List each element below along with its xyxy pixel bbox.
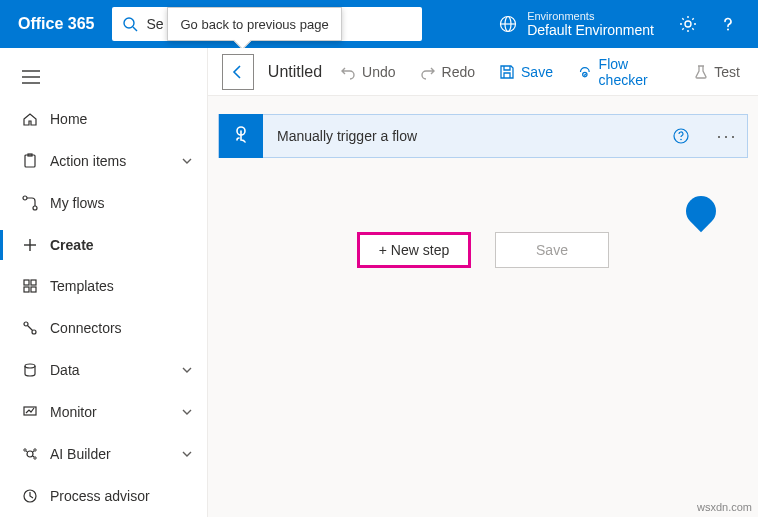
main-area: Untitled Undo Redo Save Flow checker Tes… xyxy=(208,48,758,517)
chevron-down-icon xyxy=(181,406,193,418)
sidebar-item-ai-builder[interactable]: AI Builder xyxy=(0,433,207,475)
sidebar-item-label: Templates xyxy=(50,278,114,294)
chevron-down-icon xyxy=(181,364,193,376)
svg-rect-18 xyxy=(24,287,29,292)
svg-point-12 xyxy=(23,196,27,200)
svg-line-29 xyxy=(26,451,28,453)
flask-icon xyxy=(694,64,708,80)
question-circle-icon xyxy=(673,128,689,144)
sidebar-item-label: Connectors xyxy=(50,320,122,336)
back-button[interactable] xyxy=(222,54,254,90)
svg-point-13 xyxy=(33,206,37,210)
trigger-icon-box xyxy=(219,114,263,158)
help-button[interactable] xyxy=(708,0,748,48)
command-bar: Untitled Undo Redo Save Flow checker Tes… xyxy=(208,48,758,96)
process-icon xyxy=(22,488,38,504)
test-label: Test xyxy=(714,64,740,80)
checker-icon xyxy=(577,64,593,80)
canvas-save-button[interactable]: Save xyxy=(495,232,609,268)
home-icon xyxy=(22,111,38,127)
sidebar-item-label: Process advisor xyxy=(50,488,150,504)
sidebar-item-label: Home xyxy=(50,111,87,127)
svg-point-23 xyxy=(25,364,35,368)
flow-icon xyxy=(22,195,38,211)
settings-button[interactable] xyxy=(668,0,708,48)
redo-label: Redo xyxy=(442,64,475,80)
svg-line-1 xyxy=(133,27,137,31)
svg-point-0 xyxy=(124,18,134,28)
sidebar-item-label: AI Builder xyxy=(50,446,111,462)
undo-icon xyxy=(340,64,356,80)
search-box[interactable]: Go back to previous page xyxy=(112,7,422,41)
sidebar-item-connectors[interactable]: Connectors xyxy=(0,307,207,349)
test-button[interactable]: Test xyxy=(684,54,750,90)
connectors-icon xyxy=(22,320,38,336)
ai-icon xyxy=(22,446,38,462)
flow-title[interactable]: Untitled xyxy=(268,63,322,81)
sidebar-item-my-flows[interactable]: My flows xyxy=(0,182,207,224)
gear-icon xyxy=(679,15,697,33)
sidebar: Home Action items My flows Create Templa… xyxy=(0,48,208,517)
sidebar-item-monitor[interactable]: Monitor xyxy=(0,391,207,433)
trigger-help-button[interactable] xyxy=(673,128,707,144)
sidebar-item-process-advisor[interactable]: Process advisor xyxy=(0,475,207,517)
hamburger-icon xyxy=(22,70,40,84)
svg-line-31 xyxy=(33,456,35,458)
svg-rect-17 xyxy=(31,280,36,285)
env-label: Environments xyxy=(527,10,654,23)
checker-label: Flow checker xyxy=(599,56,671,88)
svg-line-30 xyxy=(32,451,34,453)
undo-button[interactable]: Undo xyxy=(330,54,405,90)
new-step-button[interactable]: + New step xyxy=(357,232,471,268)
sidebar-item-data[interactable]: Data xyxy=(0,349,207,391)
trigger-card[interactable]: Manually trigger a flow ··· xyxy=(218,114,748,158)
clipboard-icon xyxy=(22,153,38,169)
save-label: Save xyxy=(521,64,553,80)
save-icon xyxy=(499,64,515,80)
hamburger-button[interactable] xyxy=(0,56,207,98)
svg-point-21 xyxy=(32,330,36,334)
svg-point-36 xyxy=(680,139,682,141)
plus-icon xyxy=(22,237,38,253)
save-button[interactable]: Save xyxy=(489,54,563,90)
sidebar-item-label: Monitor xyxy=(50,404,97,420)
svg-point-20 xyxy=(24,322,28,326)
svg-line-22 xyxy=(28,326,33,331)
search-icon xyxy=(122,16,138,32)
env-name: Default Environment xyxy=(527,22,654,38)
sidebar-item-home[interactable]: Home xyxy=(0,98,207,140)
sidebar-item-label: Data xyxy=(50,362,80,378)
globe-icon xyxy=(499,15,517,33)
flow-checker-button[interactable]: Flow checker xyxy=(567,54,680,90)
svg-point-28 xyxy=(34,457,36,459)
back-tooltip: Go back to previous page xyxy=(167,7,341,41)
question-icon xyxy=(719,15,737,33)
svg-point-27 xyxy=(34,449,36,451)
sidebar-item-action-items[interactable]: Action items xyxy=(0,140,207,182)
environment-picker[interactable]: Environments Default Environment xyxy=(499,10,654,39)
touch-icon xyxy=(229,124,253,148)
redo-icon xyxy=(420,64,436,80)
svg-point-5 xyxy=(685,21,691,27)
data-icon xyxy=(22,362,38,378)
templates-icon xyxy=(22,278,38,294)
trigger-title: Manually trigger a flow xyxy=(263,128,673,144)
sidebar-item-label: Action items xyxy=(50,153,126,169)
undo-label: Undo xyxy=(362,64,395,80)
redo-button[interactable]: Redo xyxy=(410,54,485,90)
drop-indicator-icon xyxy=(680,190,722,232)
svg-rect-19 xyxy=(31,287,36,292)
brand[interactable]: Office 365 xyxy=(18,15,94,33)
trigger-menu-button[interactable]: ··· xyxy=(707,126,747,147)
sidebar-item-create[interactable]: Create xyxy=(0,224,207,266)
svg-rect-10 xyxy=(25,155,35,167)
chevron-down-icon xyxy=(181,448,193,460)
sidebar-item-templates[interactable]: Templates xyxy=(0,266,207,308)
chevron-down-icon xyxy=(181,155,193,167)
sidebar-item-label: Create xyxy=(50,237,94,253)
arrow-left-icon xyxy=(229,63,247,81)
monitor-icon xyxy=(22,404,38,420)
sidebar-item-label: My flows xyxy=(50,195,104,211)
svg-point-26 xyxy=(24,449,26,451)
flow-canvas: Manually trigger a flow ··· + New step S… xyxy=(208,96,758,286)
